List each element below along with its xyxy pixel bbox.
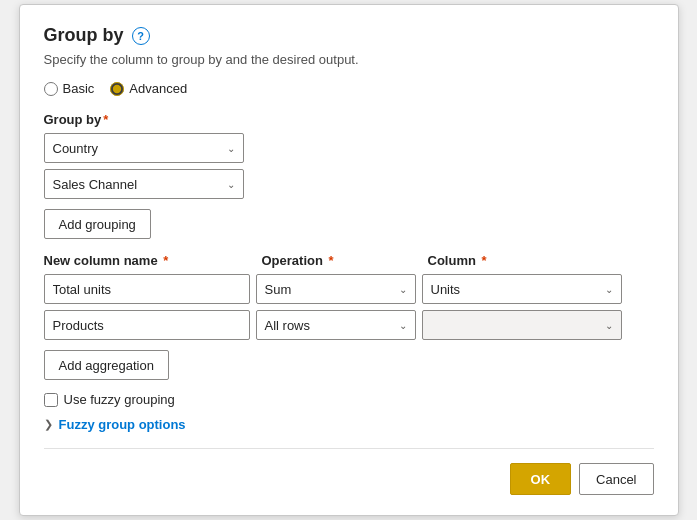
agg-op-1-value: Sum: [265, 282, 292, 297]
agg-column-dropdown-1[interactable]: Units ⌄: [422, 274, 622, 304]
agg-col-2-arrow: ⌄: [605, 320, 613, 331]
groupby-dropdown-2-value: Sales Channel: [53, 177, 138, 192]
agg-col-1-arrow: ⌄: [605, 284, 613, 295]
groupby-dropdown-2[interactable]: Sales Channel ⌄: [44, 169, 244, 199]
aggregation-row-1: Sum ⌄ Units ⌄: [44, 274, 654, 304]
agg-column-dropdown-2[interactable]: ⌄: [422, 310, 622, 340]
group-by-dialog: Group by ? Specify the column to group b…: [19, 4, 679, 516]
agg-col-1-value: Units: [431, 282, 461, 297]
cancel-button[interactable]: Cancel: [579, 463, 653, 495]
radio-basic[interactable]: Basic: [44, 81, 95, 96]
groupby-dropdowns: Country ⌄ Sales Channel ⌄: [44, 133, 654, 199]
agg-operation-dropdown-2[interactable]: All rows ⌄: [256, 310, 416, 340]
fuzzy-group-options[interactable]: ❯ Fuzzy group options: [44, 417, 654, 432]
dialog-header: Group by ?: [44, 25, 654, 46]
ok-button[interactable]: OK: [510, 463, 572, 495]
groupby-dropdown-2-arrow: ⌄: [227, 179, 235, 190]
radio-advanced-label: Advanced: [129, 81, 187, 96]
agg-op-2-value: All rows: [265, 318, 311, 333]
fuzzy-chevron-icon: ❯: [44, 418, 53, 431]
groupby-dropdown-1-value: Country: [53, 141, 99, 156]
agg-col-name-header: New column name *: [44, 253, 256, 268]
group-by-section-label: Group by*: [44, 112, 654, 127]
agg-op-1-arrow: ⌄: [399, 284, 407, 295]
radio-advanced[interactable]: Advanced: [110, 81, 187, 96]
mode-radio-group: Basic Advanced: [44, 81, 654, 96]
agg-operation-dropdown-1[interactable]: Sum ⌄: [256, 274, 416, 304]
use-fuzzy-grouping-checkbox[interactable]: [44, 393, 58, 407]
add-grouping-button[interactable]: Add grouping: [44, 209, 151, 239]
groupby-dropdown-1[interactable]: Country ⌄: [44, 133, 244, 163]
use-fuzzy-grouping-label: Use fuzzy grouping: [64, 392, 175, 407]
dialog-footer: OK Cancel: [44, 448, 654, 495]
fuzzy-grouping-row: Use fuzzy grouping: [44, 392, 654, 407]
agg-name-input-2[interactable]: [44, 310, 250, 340]
help-icon[interactable]: ?: [132, 27, 150, 45]
fuzzy-group-options-label: Fuzzy group options: [59, 417, 186, 432]
aggregation-headers: New column name * Operation * Column *: [44, 253, 654, 268]
agg-col-col-header: Column *: [428, 253, 628, 268]
add-aggregation-button[interactable]: Add aggregation: [44, 350, 169, 380]
groupby-dropdown-1-arrow: ⌄: [227, 143, 235, 154]
dialog-title: Group by: [44, 25, 124, 46]
aggregation-row-2: All rows ⌄ ⌄: [44, 310, 654, 340]
dialog-subtitle: Specify the column to group by and the d…: [44, 52, 654, 67]
agg-col-op-header: Operation *: [262, 253, 422, 268]
agg-op-2-arrow: ⌄: [399, 320, 407, 331]
radio-basic-label: Basic: [63, 81, 95, 96]
agg-name-input-1[interactable]: [44, 274, 250, 304]
